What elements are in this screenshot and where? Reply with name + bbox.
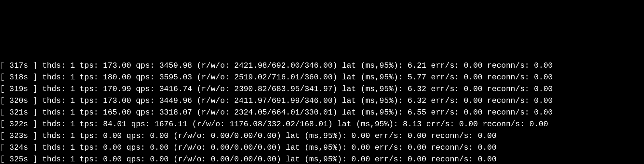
log-line: [ 320s ] thds: 1 tps: 173.00 qps: 3449.9… [0, 95, 644, 107]
terminal-output: [ 317s ] thds: 1 tps: 173.00 qps: 3459.9… [0, 59, 644, 164]
log-line: [ 318s ] thds: 1 tps: 180.00 qps: 3595.0… [0, 72, 644, 83]
log-line: [ 324s ] thds: 1 tps: 0.00 qps: 0.00 (r/… [0, 142, 644, 154]
log-line: [ 325s ] thds: 1 tps: 0.00 qps: 0.00 (r/… [0, 154, 644, 164]
log-line: [ 321s ] thds: 1 tps: 165.00 qps: 3318.0… [0, 107, 644, 118]
log-line: [ 322s ] thds: 1 tps: 84.01 qps: 1676.11… [0, 118, 644, 130]
log-line: [ 323s ] thds: 1 tps: 0.00 qps: 0.00 (r/… [0, 130, 644, 142]
log-line: [ 319s ] thds: 1 tps: 170.99 qps: 3416.7… [0, 83, 644, 95]
log-line: [ 317s ] thds: 1 tps: 173.00 qps: 3459.9… [0, 60, 644, 72]
